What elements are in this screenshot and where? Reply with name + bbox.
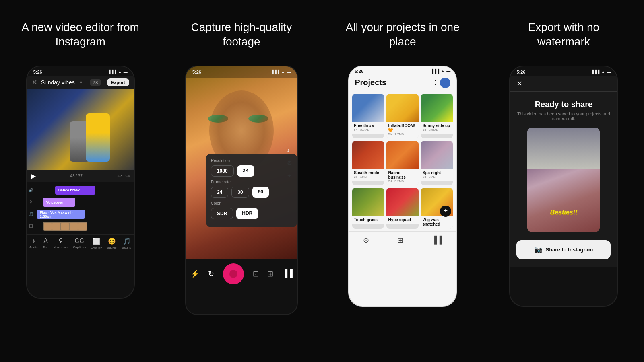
tool-sound[interactable]: 🎵 Sound: [122, 237, 131, 249]
project-3-info: Sunny side up 1d · 2.5MB: [421, 122, 453, 134]
phone2-mockup: 5:26 ▐▐▐ ▲ ▬ ♪ ⚙ ✦: [185, 66, 298, 315]
clip-dance-break[interactable]: Dance break: [55, 186, 95, 195]
frame4: [70, 223, 78, 230]
dropdown-arrow[interactable]: ▾: [80, 80, 82, 85]
project-8-info: Hype squad: [386, 216, 418, 224]
panel3-title: All your projects in one place: [342, 20, 463, 49]
project-2[interactable]: Inflata-BOOM! 🧡 5h · 1.7MB: [386, 94, 418, 138]
sticker-icon: 😊: [108, 237, 116, 245]
project-7[interactable]: Touch grass: [352, 188, 384, 229]
project-4-info: Stealth mode 2d · 1MB: [352, 169, 384, 181]
frame3: [61, 223, 69, 230]
camera-mode-icon[interactable]: ⊞: [267, 269, 273, 278]
besties-text-label: Besties!!: [550, 209, 578, 216]
project-1[interactable]: Free throw 5h · 3.3MB: [352, 94, 384, 138]
track1-icon: 🔊: [27, 188, 35, 192]
clip-dance-break-label: Dance break: [58, 188, 80, 192]
project-9[interactable]: Wig was snatched +: [421, 188, 453, 229]
share-to-instagram-button[interactable]: 📷 Share to Instagram: [516, 240, 611, 259]
music-note-icon: ♪: [287, 147, 292, 153]
sticker-label: Sticker: [107, 246, 117, 249]
text-icon: A: [43, 237, 48, 245]
track-3: 🎵 Flux · Vox Maxwell · 1:30pm: [27, 209, 134, 220]
cam-wifi-icon: ▲: [281, 70, 285, 74]
flip-icon[interactable]: ↻: [208, 269, 214, 278]
project-9-name: Wig was snatched: [423, 218, 451, 226]
track-4: 🎞: [27, 221, 134, 232]
project-4[interactable]: Stealth mode 2d · 1MB: [352, 141, 384, 185]
camera-status-icons: ▐▐▐ ▲ ▬: [271, 70, 291, 74]
project-4-name: Stealth mode: [354, 171, 382, 175]
phone3-status-bar: 5:26 ▐▐▐ ▲ ▬: [349, 66, 456, 74]
panel-camera: Capture high-quality footage 5:26 ▐▐▐ ▲ …: [161, 0, 322, 362]
hdr-button[interactable]: HDR: [236, 208, 258, 219]
project-6[interactable]: Spa night 3d · 3MB: [421, 141, 453, 185]
tool-overlay[interactable]: ⬜ Overlay: [91, 237, 102, 249]
framerate-buttons: 24 30 60: [211, 187, 292, 198]
project-6-thumb: [421, 141, 453, 169]
thumb-background: [527, 159, 600, 232]
add-project-button[interactable]: +: [440, 206, 451, 217]
nav-grid-icon[interactable]: ⊞: [397, 236, 403, 245]
resize-icon[interactable]: ⛶: [429, 79, 436, 86]
project-1-meta: 5h · 3.3MB: [354, 128, 382, 132]
tool-captions[interactable]: CC Captions: [73, 237, 86, 249]
wifi-icon: ▲: [118, 70, 122, 74]
res-1080-button[interactable]: 1080: [211, 165, 234, 177]
project-7-info: Touch grass: [352, 216, 384, 224]
signal-icon: ▐▐▐: [107, 70, 116, 74]
panel1-title: A new video editor from Instagram: [20, 20, 141, 49]
close-icon[interactable]: ✕: [32, 78, 37, 86]
eye-shadow-right: [248, 115, 268, 123]
gallery-icon[interactable]: ⊡: [253, 269, 259, 278]
video-clip[interactable]: [43, 222, 87, 231]
close-icon-export[interactable]: ✕: [516, 79, 522, 88]
clip-voiceover[interactable]: Voiceover: [43, 198, 75, 207]
undo-button[interactable]: ↩: [117, 173, 122, 179]
p3-wifi-icon: ▲: [441, 69, 445, 73]
panel4-title: Export with no watermark: [503, 20, 624, 49]
flash-icon[interactable]: ⚡: [190, 269, 199, 278]
battery-icon: ▬: [124, 70, 128, 74]
fps-24-button[interactable]: 24: [211, 187, 228, 198]
bottom-toolbar: ♪ Audio A Text 🎙 Voiceover CC Captions ⬜: [27, 234, 134, 251]
clip-music[interactable]: Flux · Vox Maxwell · 1:30pm: [37, 210, 85, 219]
sdr-button[interactable]: SDR: [211, 208, 233, 219]
project-3-name: Sunny side up: [423, 123, 451, 128]
export-button[interactable]: Export: [107, 78, 129, 86]
project-4-thumb: [352, 141, 384, 169]
redo-button[interactable]: ↪: [125, 173, 130, 179]
phone1-status-bar: 5:26 ▐▐▐ ▲ ▬: [27, 66, 134, 76]
sound-icon: 🎵: [123, 237, 131, 245]
captions-icon: CC: [75, 237, 84, 245]
ready-to-share-title: Ready to share: [535, 100, 592, 109]
project-8[interactable]: Hype squad: [386, 188, 418, 229]
phone4-header: ✕: [510, 76, 617, 92]
chart-icon[interactable]: ▐▐: [282, 269, 293, 278]
phone3-time: 5:26: [355, 69, 363, 74]
tool-voiceover[interactable]: 🎙 Voiceover: [54, 237, 68, 249]
res-2k-button[interactable]: 2K: [237, 165, 254, 177]
project-5[interactable]: Nacho business 2d · 3.2MB: [386, 141, 418, 185]
nav-stats-icon[interactable]: ▐▐: [432, 236, 442, 245]
track3-icon: 🎵: [27, 212, 35, 216]
phone4-content: Ready to share This video has been saved…: [510, 92, 617, 267]
record-button[interactable]: [223, 263, 244, 284]
phone3-mockup: 5:26 ▐▐▐ ▲ ▬ Projects ⛶: [348, 66, 457, 307]
project-1-thumb: [352, 94, 384, 122]
fps-60-button[interactable]: 60: [252, 187, 269, 198]
project-3[interactable]: Sunny side up 1d · 2.5MB: [421, 94, 453, 138]
overlay-icon: ⬜: [92, 237, 100, 245]
project-8-thumb: [386, 188, 418, 216]
resolution-buttons: 1080 2K: [211, 165, 292, 177]
tool-sticker[interactable]: 😊 Sticker: [107, 237, 117, 249]
camera-status-bar: 5:26 ▐▐▐ ▲ ▬: [186, 66, 297, 78]
nav-camera-icon[interactable]: ⊙: [363, 236, 369, 245]
tool-text[interactable]: A Text: [43, 237, 49, 249]
project-5-thumb: [386, 141, 418, 169]
play-button[interactable]: ▶: [31, 172, 36, 180]
clip-music-label: Flux · Vox Maxwell · 1:30pm: [40, 210, 82, 218]
tool-audio[interactable]: ♪ Audio: [29, 237, 37, 249]
user-avatar[interactable]: [440, 78, 450, 88]
fps-30-button[interactable]: 30: [231, 187, 249, 198]
